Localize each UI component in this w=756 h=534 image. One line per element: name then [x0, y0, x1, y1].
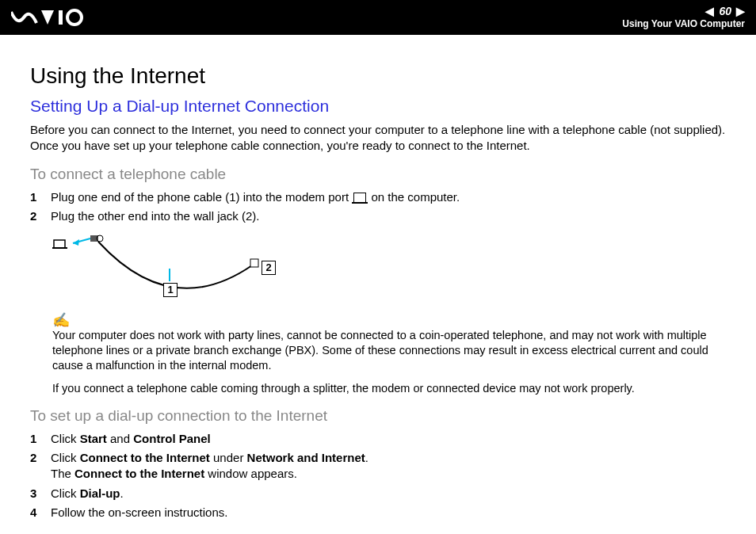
cable-diagram: 1 2	[52, 234, 726, 305]
step-item: 2 Click Connect to the Internet under Ne…	[30, 450, 726, 483]
modem-port-icon	[353, 193, 366, 202]
svg-rect-0	[59, 10, 63, 25]
page-content: Using the Internet Setting Up a Dial-up …	[0, 35, 756, 534]
diagram-callout-2: 2	[262, 261, 276, 275]
header-right: ◀ 60 ▶ Using Your VAIO Computer	[622, 4, 745, 31]
steps-dialup: 1 Click Start and Control Panel 2 Click …	[30, 431, 726, 521]
vaio-logo-icon	[11, 9, 84, 26]
step-text: Click Connect to the Internet under Netw…	[51, 450, 368, 483]
breadcrumb: Using Your VAIO Computer	[622, 18, 745, 31]
step-text: Plug one end of the phone cable (1) into…	[51, 189, 460, 205]
step-text: Follow the on-screen instructions.	[51, 505, 227, 521]
prev-page-arrow-icon[interactable]: ◀	[705, 4, 714, 18]
vaio-logo	[11, 9, 84, 26]
steps-connect-cable: 1 Plug one end of the phone cable (1) in…	[30, 189, 726, 225]
step-number: 2	[30, 208, 51, 224]
step-number: 4	[30, 505, 51, 521]
note-text: If you connect a telephone cable coming …	[52, 381, 726, 396]
page-nav: ◀ 60 ▶	[622, 4, 745, 18]
svg-point-1	[67, 10, 82, 25]
note-icon: ✍	[52, 311, 726, 330]
step-number: 2	[30, 450, 51, 466]
note-block: ✍ Your computer does not work with party…	[52, 311, 726, 396]
step-number: 3	[30, 486, 51, 502]
note-text: Your computer does not work with party l…	[52, 328, 726, 373]
page-title: Using the Internet	[30, 63, 726, 89]
step-text: Click Start and Control Panel	[51, 431, 211, 447]
step-number: 1	[30, 189, 51, 205]
intro-paragraph: Before you can connect to the Internet, …	[30, 122, 726, 154]
step-item: 1 Plug one end of the phone cable (1) in…	[30, 189, 726, 205]
header: ◀ 60 ▶ Using Your VAIO Computer	[0, 0, 756, 35]
step-item: 2 Plug the other end into the wall jack …	[30, 208, 726, 224]
step-item: 4 Follow the on-screen instructions.	[30, 505, 726, 521]
step-item: 1 Click Start and Control Panel	[30, 431, 726, 447]
subsection-title: To set up a dial-up connection to the In…	[30, 407, 726, 425]
diagram-callout-1: 1	[163, 283, 178, 297]
section-title: Setting Up a Dial-up Internet Connection	[30, 97, 726, 116]
step-text: Plug the other end into the wall jack (2…	[51, 208, 259, 224]
subsection-title: To connect a telephone cable	[30, 166, 726, 183]
next-page-arrow-icon[interactable]: ▶	[736, 4, 745, 18]
step-text: Click Dial-up.	[51, 486, 124, 502]
page-number: 60	[719, 4, 731, 18]
svg-rect-8	[250, 259, 258, 267]
step-item: 3 Click Dial-up.	[30, 486, 726, 502]
svg-rect-2	[54, 240, 65, 248]
step-number: 1	[30, 431, 51, 447]
